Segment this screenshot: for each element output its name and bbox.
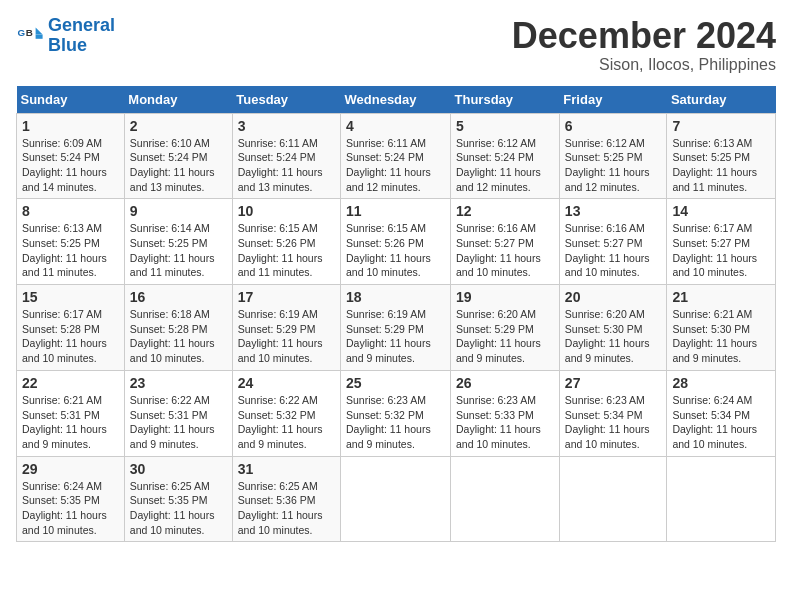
header-monday: Monday <box>124 86 232 114</box>
calendar-cell <box>341 456 451 542</box>
logo-general: General <box>48 15 115 35</box>
day-number: 9 <box>130 203 227 219</box>
day-number: 15 <box>22 289 119 305</box>
day-number: 23 <box>130 375 227 391</box>
cell-info: Sunrise: 6:15 AM Sunset: 5:26 PM Dayligh… <box>346 221 445 280</box>
day-number: 14 <box>672 203 770 219</box>
cell-info: Sunrise: 6:19 AM Sunset: 5:29 PM Dayligh… <box>238 307 335 366</box>
week-row-5: 29Sunrise: 6:24 AM Sunset: 5:35 PM Dayli… <box>17 456 776 542</box>
day-number: 1 <box>22 118 119 134</box>
header-saturday: Saturday <box>667 86 776 114</box>
svg-rect-3 <box>36 34 43 38</box>
day-number: 30 <box>130 461 227 477</box>
cell-info: Sunrise: 6:22 AM Sunset: 5:32 PM Dayligh… <box>238 393 335 452</box>
calendar-cell: 18Sunrise: 6:19 AM Sunset: 5:29 PM Dayli… <box>341 285 451 371</box>
calendar-header-row: SundayMondayTuesdayWednesdayThursdayFrid… <box>17 86 776 114</box>
title-area: December 2024 Sison, Ilocos, Philippines <box>512 16 776 74</box>
calendar-cell: 7Sunrise: 6:13 AM Sunset: 5:25 PM Daylig… <box>667 113 776 199</box>
calendar-cell: 31Sunrise: 6:25 AM Sunset: 5:36 PM Dayli… <box>232 456 340 542</box>
cell-info: Sunrise: 6:15 AM Sunset: 5:26 PM Dayligh… <box>238 221 335 280</box>
cell-info: Sunrise: 6:16 AM Sunset: 5:27 PM Dayligh… <box>565 221 662 280</box>
day-number: 16 <box>130 289 227 305</box>
svg-text:G: G <box>17 27 25 38</box>
header: G B General Blue December 2024 Sison, Il… <box>16 16 776 74</box>
calendar-cell: 3Sunrise: 6:11 AM Sunset: 5:24 PM Daylig… <box>232 113 340 199</box>
header-friday: Friday <box>559 86 667 114</box>
cell-info: Sunrise: 6:16 AM Sunset: 5:27 PM Dayligh… <box>456 221 554 280</box>
cell-info: Sunrise: 6:25 AM Sunset: 5:36 PM Dayligh… <box>238 479 335 538</box>
logo-icon: G B <box>16 22 44 50</box>
calendar-cell <box>451 456 560 542</box>
calendar-cell: 1Sunrise: 6:09 AM Sunset: 5:24 PM Daylig… <box>17 113 125 199</box>
cell-info: Sunrise: 6:12 AM Sunset: 5:24 PM Dayligh… <box>456 136 554 195</box>
calendar-cell: 9Sunrise: 6:14 AM Sunset: 5:25 PM Daylig… <box>124 199 232 285</box>
calendar-cell: 25Sunrise: 6:23 AM Sunset: 5:32 PM Dayli… <box>341 370 451 456</box>
cell-info: Sunrise: 6:09 AM Sunset: 5:24 PM Dayligh… <box>22 136 119 195</box>
cell-info: Sunrise: 6:22 AM Sunset: 5:31 PM Dayligh… <box>130 393 227 452</box>
svg-text:B: B <box>26 27 33 38</box>
calendar-cell: 21Sunrise: 6:21 AM Sunset: 5:30 PM Dayli… <box>667 285 776 371</box>
week-row-2: 8Sunrise: 6:13 AM Sunset: 5:25 PM Daylig… <box>17 199 776 285</box>
cell-info: Sunrise: 6:25 AM Sunset: 5:35 PM Dayligh… <box>130 479 227 538</box>
header-sunday: Sunday <box>17 86 125 114</box>
calendar-cell: 27Sunrise: 6:23 AM Sunset: 5:34 PM Dayli… <box>559 370 667 456</box>
day-number: 5 <box>456 118 554 134</box>
cell-info: Sunrise: 6:23 AM Sunset: 5:33 PM Dayligh… <box>456 393 554 452</box>
calendar-cell: 20Sunrise: 6:20 AM Sunset: 5:30 PM Dayli… <box>559 285 667 371</box>
calendar-cell <box>559 456 667 542</box>
calendar-cell: 4Sunrise: 6:11 AM Sunset: 5:24 PM Daylig… <box>341 113 451 199</box>
cell-info: Sunrise: 6:11 AM Sunset: 5:24 PM Dayligh… <box>346 136 445 195</box>
calendar-cell: 17Sunrise: 6:19 AM Sunset: 5:29 PM Dayli… <box>232 285 340 371</box>
calendar-cell: 8Sunrise: 6:13 AM Sunset: 5:25 PM Daylig… <box>17 199 125 285</box>
day-number: 11 <box>346 203 445 219</box>
cell-info: Sunrise: 6:21 AM Sunset: 5:31 PM Dayligh… <box>22 393 119 452</box>
cell-info: Sunrise: 6:20 AM Sunset: 5:29 PM Dayligh… <box>456 307 554 366</box>
calendar-cell: 6Sunrise: 6:12 AM Sunset: 5:25 PM Daylig… <box>559 113 667 199</box>
calendar-cell: 24Sunrise: 6:22 AM Sunset: 5:32 PM Dayli… <box>232 370 340 456</box>
calendar-cell: 10Sunrise: 6:15 AM Sunset: 5:26 PM Dayli… <box>232 199 340 285</box>
day-number: 12 <box>456 203 554 219</box>
calendar-cell: 23Sunrise: 6:22 AM Sunset: 5:31 PM Dayli… <box>124 370 232 456</box>
month-title: December 2024 <box>512 16 776 56</box>
cell-info: Sunrise: 6:19 AM Sunset: 5:29 PM Dayligh… <box>346 307 445 366</box>
day-number: 13 <box>565 203 662 219</box>
day-number: 20 <box>565 289 662 305</box>
logo-text: General Blue <box>48 16 115 56</box>
header-tuesday: Tuesday <box>232 86 340 114</box>
logo: G B General Blue <box>16 16 115 56</box>
day-number: 26 <box>456 375 554 391</box>
day-number: 3 <box>238 118 335 134</box>
calendar-cell: 16Sunrise: 6:18 AM Sunset: 5:28 PM Dayli… <box>124 285 232 371</box>
day-number: 25 <box>346 375 445 391</box>
day-number: 18 <box>346 289 445 305</box>
day-number: 21 <box>672 289 770 305</box>
cell-info: Sunrise: 6:24 AM Sunset: 5:34 PM Dayligh… <box>672 393 770 452</box>
cell-info: Sunrise: 6:21 AM Sunset: 5:30 PM Dayligh… <box>672 307 770 366</box>
header-thursday: Thursday <box>451 86 560 114</box>
calendar-cell: 30Sunrise: 6:25 AM Sunset: 5:35 PM Dayli… <box>124 456 232 542</box>
cell-info: Sunrise: 6:14 AM Sunset: 5:25 PM Dayligh… <box>130 221 227 280</box>
cell-info: Sunrise: 6:18 AM Sunset: 5:28 PM Dayligh… <box>130 307 227 366</box>
calendar-cell: 28Sunrise: 6:24 AM Sunset: 5:34 PM Dayli… <box>667 370 776 456</box>
day-number: 31 <box>238 461 335 477</box>
day-number: 2 <box>130 118 227 134</box>
week-row-4: 22Sunrise: 6:21 AM Sunset: 5:31 PM Dayli… <box>17 370 776 456</box>
logo-blue: Blue <box>48 35 87 55</box>
day-number: 17 <box>238 289 335 305</box>
cell-info: Sunrise: 6:20 AM Sunset: 5:30 PM Dayligh… <box>565 307 662 366</box>
cell-info: Sunrise: 6:12 AM Sunset: 5:25 PM Dayligh… <box>565 136 662 195</box>
day-number: 24 <box>238 375 335 391</box>
calendar-cell: 19Sunrise: 6:20 AM Sunset: 5:29 PM Dayli… <box>451 285 560 371</box>
day-number: 8 <box>22 203 119 219</box>
week-row-1: 1Sunrise: 6:09 AM Sunset: 5:24 PM Daylig… <box>17 113 776 199</box>
calendar-cell: 12Sunrise: 6:16 AM Sunset: 5:27 PM Dayli… <box>451 199 560 285</box>
cell-info: Sunrise: 6:13 AM Sunset: 5:25 PM Dayligh… <box>22 221 119 280</box>
day-number: 6 <box>565 118 662 134</box>
calendar-cell: 11Sunrise: 6:15 AM Sunset: 5:26 PM Dayli… <box>341 199 451 285</box>
day-number: 22 <box>22 375 119 391</box>
week-row-3: 15Sunrise: 6:17 AM Sunset: 5:28 PM Dayli… <box>17 285 776 371</box>
calendar-cell: 2Sunrise: 6:10 AM Sunset: 5:24 PM Daylig… <box>124 113 232 199</box>
svg-marker-2 <box>36 27 43 34</box>
day-number: 4 <box>346 118 445 134</box>
calendar-cell: 15Sunrise: 6:17 AM Sunset: 5:28 PM Dayli… <box>17 285 125 371</box>
